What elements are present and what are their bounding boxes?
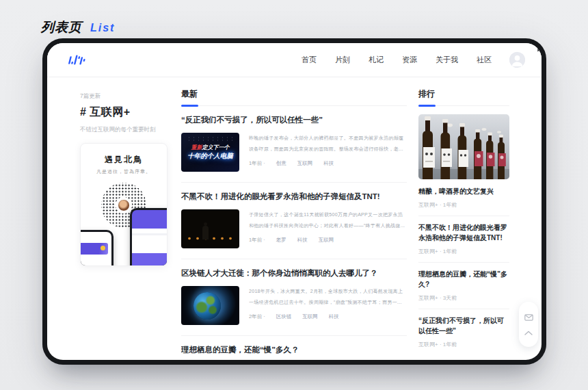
- nav-item-resources[interactable]: 资源: [402, 55, 417, 65]
- nav-item-notes[interactable]: 札记: [369, 55, 384, 65]
- article-tag[interactable]: 互联网: [297, 160, 313, 167]
- article-excerpt: 昨晚的锤子发布会，大部分人的裤裆都湿了。不是因为被罗永浩的颠覆设备吓尿，而是因为…: [249, 133, 407, 155]
- article-title[interactable]: 不黑不吹！用进化的眼光看罗永浩和他的子弹短信及TNT!: [181, 192, 407, 202]
- article-tag[interactable]: 创意: [276, 160, 286, 167]
- article-thumbnail[interactable]: [181, 286, 239, 325]
- rank-item-title[interactable]: 精酿，啤酒界的文艺复兴: [418, 186, 509, 197]
- article-item[interactable]: 不黑不吹！用进化的眼光看罗永浩和他的子弹短信及TNT! 子弹短信火了，这个诞生1…: [181, 183, 407, 259]
- rank-item-title[interactable]: “反正我们不亏损了，所以可以任性一些”: [418, 315, 509, 337]
- article-meta: 2年前 · 区块链 互联网 科技: [249, 313, 407, 320]
- rank-item-meta: 互联网+ · 1年前: [418, 201, 509, 209]
- site-header: 首页 片刻 札记 资源 关于我 社区: [47, 43, 542, 77]
- page-title: 列表页 List: [41, 18, 115, 36]
- thumb-text-accent: 重新: [191, 144, 202, 151]
- article-excerpt: 子弹短信火了，这个诞生11天就斩获500万用户的APP又一次把罗永浩和他的锤子科…: [249, 209, 407, 231]
- rank-item[interactable]: 不黑不吹！用进化的眼光看罗永浩和他的子弹短信及TNT! 互联网+ · 1年前: [418, 216, 509, 263]
- webpage: 首页 片刻 札记 资源 关于我 社区: [47, 43, 542, 360]
- page-title-en: List: [90, 22, 115, 34]
- phone-mockup-right: [130, 208, 168, 266]
- article-tag[interactable]: 区块链: [276, 313, 292, 320]
- user-avatar[interactable]: [509, 52, 525, 68]
- article-title[interactable]: 区块链人才大迁徙：那个你身边悄悄离职的人去哪儿了？: [181, 268, 407, 278]
- rank-item[interactable]: “反正我们不亏损了，所以可以任性一些” 互联网+ · 1年前: [418, 309, 509, 355]
- ranking-heading: 排行: [418, 88, 509, 106]
- browser-frame: 首页 片刻 札记 资源 关于我 社区: [42, 38, 546, 365]
- rank-item-title[interactable]: 不黑不吹！用进化的眼光看罗永浩和他的子弹短信及TNT!: [418, 222, 509, 244]
- article-title[interactable]: “反正我们不亏损了，所以可以任性一些”: [181, 115, 407, 125]
- page-title-zh: 列表页: [41, 18, 82, 36]
- floating-widget: [519, 302, 538, 347]
- article-excerpt: 2018年开头，冰火两重天。2月初，全球股市大跌，人们蓦然发现离上一场经济危机已…: [249, 286, 407, 308]
- article-thumbnail[interactable]: [181, 209, 239, 248]
- article-tag[interactable]: 科技: [329, 313, 339, 320]
- ranking-column: 排行: [418, 88, 509, 360]
- promo-card-subtitle: 凡是過往，皆為序章。: [81, 168, 167, 175]
- cursor-icon: [537, 44, 542, 53]
- latest-heading: 最新: [181, 88, 407, 106]
- article-tag[interactable]: 科技: [323, 160, 334, 167]
- article-time: 2年前 ·: [249, 313, 265, 320]
- topic-subtitle: 不错过互联网的每个重要时刻: [80, 125, 168, 135]
- article-tag[interactable]: 互联网: [302, 313, 318, 320]
- nav-item-moments[interactable]: 片刻: [335, 55, 350, 65]
- article-item[interactable]: 理想栖息的豆瓣，还能“慢”多久？ 现如今小而美的应用不多了，网易云音乐算一个，豆…: [181, 336, 407, 360]
- nav-item-community[interactable]: 社区: [477, 55, 492, 65]
- article-item[interactable]: 区块链人才大迁徙：那个你身边悄悄离职的人去哪儿了？ 2018年开头，冰火两重天。…: [181, 259, 407, 336]
- rank-item[interactable]: 精酿，啤酒界的文艺复兴 互联网+ · 1年前: [418, 106, 509, 216]
- article-meta: 1年前 · 老罗 科技 互联网: [249, 237, 407, 244]
- rank-item-meta: 互联网+ · 1年前: [418, 341, 509, 348]
- rank-item-title[interactable]: 理想栖息的豆瓣，还能“慢”多久?: [418, 269, 509, 290]
- nav-item-home[interactable]: 首页: [302, 55, 317, 65]
- main-nav: 首页 片刻 札记 资源 关于我 社区: [302, 55, 492, 65]
- article-time: 1年前 ·: [249, 160, 265, 167]
- waveform-logo-icon[interactable]: [66, 53, 88, 67]
- article-tag[interactable]: 互联网: [319, 237, 334, 244]
- phone-mockup-left: [80, 230, 113, 266]
- promo-card-title: 遇見北鳥: [81, 154, 167, 166]
- topic-sidebar: 7篇更新 # 互联网+ 不错过互联网的每个重要时刻 遇見北鳥 凡是過往，皆為序章…: [80, 90, 168, 266]
- article-title[interactable]: 理想栖息的豆瓣，还能“慢”多久？: [181, 345, 407, 355]
- thumb-text-line2: 十年的个人电脑: [187, 152, 233, 161]
- design-canvas: 列表页 List 首页 片刻: [0, 0, 588, 390]
- beer-bottles-image[interactable]: [418, 114, 509, 179]
- article-item[interactable]: “反正我们不亏损了，所以可以任性一些” 重新定义下一个 十年的个人电脑 昨晚的锤…: [181, 106, 407, 183]
- article-meta: 1年前 · 创意 互联网 科技: [249, 160, 407, 167]
- rank-item-meta: 互联网+ · 3天前: [418, 294, 509, 302]
- mail-icon[interactable]: [524, 314, 533, 321]
- latest-heading-text: 最新: [181, 88, 407, 100]
- article-thumbnail[interactable]: 重新定义下一个 十年的个人电脑: [181, 133, 239, 172]
- chevron-up-icon[interactable]: [524, 330, 533, 335]
- latest-column: 最新 “反正我们不亏损了，所以可以任性一些” 重新定义下一个 十年的个人电脑 昨…: [181, 88, 407, 360]
- ranking-accent-bar: [418, 105, 436, 107]
- article-tag[interactable]: 老罗: [276, 237, 286, 244]
- nav-item-about[interactable]: 关于我: [436, 55, 458, 65]
- topic-update-count: 7篇更新: [80, 92, 168, 101]
- article-time: 1年前 ·: [249, 237, 265, 244]
- thumb-text: 定义下一个: [202, 144, 230, 151]
- latest-accent-bar: [181, 105, 198, 107]
- rank-item[interactable]: 理想栖息的豆瓣，还能“慢”多久? 互联网+ · 3天前: [418, 263, 509, 309]
- rank-item-meta: 互联网+ · 1年前: [418, 248, 509, 255]
- wechat-promo-card[interactable]: 遇見北鳥 凡是過往，皆為序章。: [80, 143, 168, 266]
- topic-title: # 互联网+: [80, 105, 168, 120]
- ranking-heading-text: 排行: [418, 88, 509, 100]
- qr-center-avatar: [118, 199, 130, 211]
- article-tag[interactable]: 科技: [297, 237, 308, 244]
